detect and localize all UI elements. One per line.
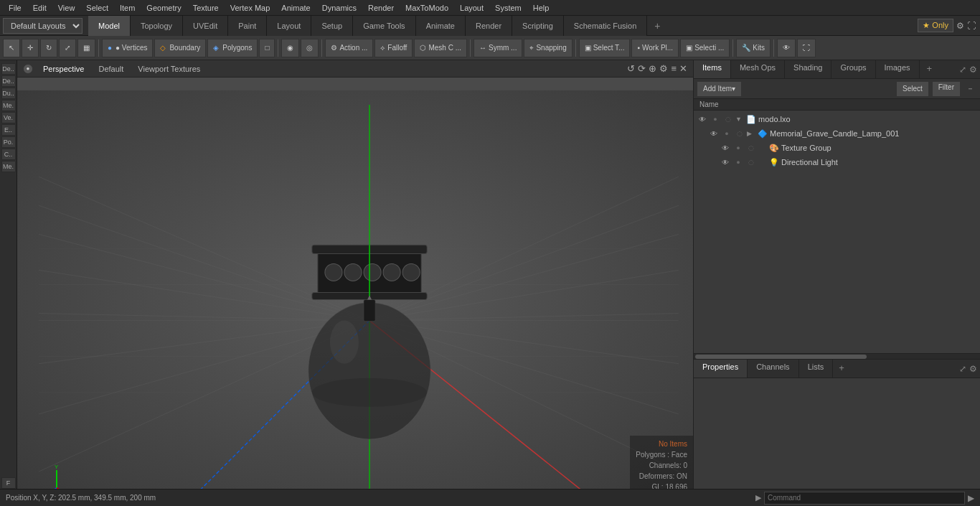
menu-dynamics[interactable]: Dynamics xyxy=(316,2,362,14)
tab-lists[interactable]: Lists xyxy=(799,360,834,378)
eye-memorial[interactable]: 👁 xyxy=(708,128,720,139)
eye-texture-group[interactable]: 👁 xyxy=(720,142,731,154)
eye2-dir-light[interactable]: ● xyxy=(732,156,744,168)
eye3-memorial[interactable]: ◌ xyxy=(734,128,745,139)
items-minus-btn[interactable]: － xyxy=(963,83,977,94)
tab-scripting[interactable]: Scripting xyxy=(512,16,564,36)
tree-item-modo-lxo[interactable]: 👁 ● ◌ ▼ 📄 modo.lxo xyxy=(694,112,980,126)
tab-shading[interactable]: Shading xyxy=(785,60,831,78)
tab-render[interactable]: Render xyxy=(466,16,512,36)
square-btn[interactable]: □ xyxy=(259,39,275,57)
layout-dropdown[interactable]: Default Layouts xyxy=(3,18,83,34)
command-input[interactable] xyxy=(764,492,965,505)
tab-setup[interactable]: Setup xyxy=(311,16,353,36)
mesh-btn[interactable]: ⬡ Mesh C ... xyxy=(414,39,467,57)
tab-uvedit[interactable]: UVEdit xyxy=(183,16,228,36)
select-items-btn[interactable]: Select xyxy=(896,81,929,97)
tab-paint[interactable]: Paint xyxy=(228,16,267,36)
symm-btn[interactable]: ↔ Symm ... xyxy=(473,39,522,57)
sidebar-btn-1[interactable]: De.. xyxy=(1,63,16,75)
tool-select[interactable]: ↖ xyxy=(3,39,20,57)
items-expand-icon[interactable]: ⤢ xyxy=(959,65,966,75)
tool-rotate[interactable]: ↻ xyxy=(40,39,57,57)
menu-ctrl[interactable]: ≡ xyxy=(671,63,677,74)
expand-texture-group[interactable]: ▶ xyxy=(758,144,767,151)
tab-schematic-fusion[interactable]: Schematic Fusion xyxy=(564,16,647,36)
eye3-texture-group[interactable]: ◌ xyxy=(745,142,757,154)
rotate-ctrl[interactable]: ↺ xyxy=(627,63,635,74)
eye-dir-light[interactable]: 👁 xyxy=(720,156,731,168)
tree-item-memorial[interactable]: 👁 ● ◌ ▶ 🔷 Memorial_Grave_Candle_Lamp_001 xyxy=(705,126,980,141)
tree-item-dir-light[interactable]: 👁 ● ◌ ▶ 💡 Directional Light xyxy=(717,155,980,169)
tab-layout[interactable]: Layout xyxy=(267,16,311,36)
layout-fullscreen-btn[interactable]: ⛶ xyxy=(967,21,976,31)
sidebar-btn-2[interactable]: De.. xyxy=(1,75,16,87)
viewport-textures-label[interactable]: Viewport Textures xyxy=(133,65,204,73)
kits-btn[interactable]: 🔧 Kits xyxy=(736,39,771,57)
sidebar-btn-8[interactable]: C.. xyxy=(1,149,16,160)
expand-memorial[interactable]: ▶ xyxy=(747,130,755,137)
eye2-modo-lxo[interactable]: ● xyxy=(710,113,721,125)
eye3-modo-lxo[interactable]: ◌ xyxy=(722,113,734,125)
sidebar-btn-3[interactable]: Du.. xyxy=(1,88,16,99)
eye2-memorial[interactable]: ● xyxy=(721,128,732,139)
viewport-perspective-label[interactable]: Perspective xyxy=(39,65,88,73)
menu-render[interactable]: Render xyxy=(362,2,400,14)
menu-file[interactable]: File xyxy=(3,2,27,14)
tab-images[interactable]: Images xyxy=(876,60,920,78)
menu-vertex-map[interactable]: Vertex Map xyxy=(225,2,276,14)
tool-move[interactable]: ✛ xyxy=(22,39,39,57)
sidebar-btn-5[interactable]: Ve. xyxy=(1,112,16,123)
tab-items[interactable]: Items xyxy=(694,60,731,78)
expand-dir-light[interactable]: ▶ xyxy=(758,159,767,166)
settings-ctrl[interactable]: ⚙ xyxy=(659,63,668,74)
items-settings-icon[interactable]: ⚙ xyxy=(969,65,977,75)
snapping-btn[interactable]: ⌖ Snapping xyxy=(524,39,572,57)
work-plane-btn[interactable]: ▪ Work Pl... xyxy=(631,39,679,57)
close-ctrl[interactable]: ✕ xyxy=(679,63,687,74)
menu-help[interactable]: Help xyxy=(527,2,555,14)
selection-btn[interactable]: ▣ Selecti ... xyxy=(680,39,730,57)
select-tool-btn[interactable]: ▣ Select T... xyxy=(579,39,631,57)
menu-texture[interactable]: Texture xyxy=(187,2,225,14)
add-item-btn[interactable]: Add Item xyxy=(697,81,742,97)
command-submit-icon[interactable]: ▶ xyxy=(968,493,974,503)
tab-groups[interactable]: Groups xyxy=(831,60,875,78)
fullscreen-btn[interactable]: ⛶ xyxy=(797,39,816,57)
tab-game-tools[interactable]: Game Tools xyxy=(353,16,416,36)
expand-modo-lxo[interactable]: ▼ xyxy=(735,116,744,123)
boundary-btn[interactable]: ◇ Boundary xyxy=(154,39,206,57)
sidebar-btn-bottom[interactable]: F xyxy=(1,477,16,489)
tab-animate[interactable]: Animate xyxy=(416,16,466,36)
menu-system[interactable]: System xyxy=(489,2,527,14)
toggle2-btn[interactable]: ◎ xyxy=(301,39,319,57)
sidebar-btn-9[interactable]: Me. xyxy=(1,161,16,172)
sidebar-btn-6[interactable]: E.. xyxy=(1,124,16,136)
tool-transform[interactable]: ▦ xyxy=(77,39,95,57)
tab-mesh-ops[interactable]: Mesh Ops xyxy=(731,60,785,78)
menu-item[interactable]: Item xyxy=(114,2,141,14)
tab-topology[interactable]: Topology xyxy=(131,16,183,36)
menu-animate[interactable]: Animate xyxy=(275,2,316,14)
items-hscroll[interactable] xyxy=(694,353,980,359)
eye-modo-lxo[interactable]: 👁 xyxy=(697,113,708,125)
eye3-dir-light[interactable]: ◌ xyxy=(745,156,757,168)
scene-canvas[interactable]: No Items Polygons : Face Channels: 0 Def… xyxy=(17,78,693,489)
menu-view[interactable]: View xyxy=(52,2,81,14)
tab-channels[interactable]: Channels xyxy=(748,360,798,378)
vertices-btn[interactable]: ● ● Vertices xyxy=(102,39,153,57)
viewport-default-label[interactable]: Default xyxy=(94,65,128,73)
sidebar-btn-7[interactable]: Po. xyxy=(1,136,16,148)
props-expand-icon[interactable]: ⤢ xyxy=(959,364,966,374)
menu-geometry[interactable]: Geometry xyxy=(141,2,187,14)
props-settings-icon[interactable]: ⚙ xyxy=(969,364,977,374)
tree-item-texture-group[interactable]: 👁 ● ◌ ▶ 🎨 Texture Group xyxy=(717,141,980,155)
toggle1-btn[interactable]: ◉ xyxy=(281,39,299,57)
menu-edit[interactable]: Edit xyxy=(27,2,52,14)
tab-properties[interactable]: Properties xyxy=(694,360,748,378)
refresh-ctrl[interactable]: ⟳ xyxy=(638,63,646,74)
menu-layout[interactable]: Layout xyxy=(454,2,489,14)
filter-btn[interactable]: Filter xyxy=(932,81,961,97)
menu-maxtomodo[interactable]: MaxToModo xyxy=(400,2,454,14)
tool-scale[interactable]: ⤢ xyxy=(59,39,76,57)
